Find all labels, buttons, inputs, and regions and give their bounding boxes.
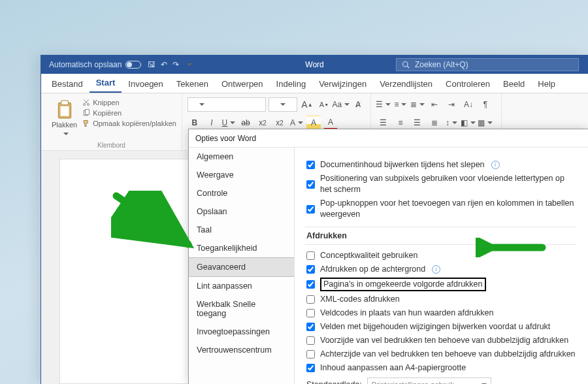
autosave-toggle[interactable]: Automatisch opslaan bbox=[49, 60, 141, 69]
bold-button[interactable]: B bbox=[188, 116, 202, 130]
checkbox-input[interactable] bbox=[306, 309, 315, 317]
copy-icon bbox=[82, 109, 90, 117]
option-checkbox[interactable]: Pop-upknoppen voor het toevoegen van rij… bbox=[306, 198, 576, 220]
ribbon-tab-verwijzingen[interactable]: Verwijzingen bbox=[312, 75, 373, 93]
multilevel-button[interactable]: ≣ bbox=[410, 97, 425, 112]
dialog-nav-item[interactable]: Controle bbox=[189, 184, 294, 202]
align-left-button[interactable]: ☰ bbox=[376, 116, 391, 130]
search-placeholder: Zoeken (Alt+Q) bbox=[415, 60, 468, 69]
qat-more-icon[interactable] bbox=[184, 60, 192, 69]
checkbox-input[interactable] bbox=[306, 336, 315, 345]
undo-icon[interactable]: ↶ bbox=[161, 60, 167, 69]
dialog-nav-item[interactable]: Vertrouwenscentrum bbox=[189, 341, 294, 359]
save-icon[interactable]: 🖫 bbox=[148, 60, 155, 69]
align-right-button[interactable]: ☰ bbox=[410, 116, 425, 130]
borders-button[interactable]: ▦ bbox=[478, 116, 493, 130]
option-checkbox[interactable]: Inhoud aanpassen aan A4-papiergrootte bbox=[306, 362, 576, 374]
font-family-combo[interactable] bbox=[188, 97, 266, 112]
ribbon-tab-invoegen[interactable]: Invoegen bbox=[122, 75, 170, 93]
grow-font-button[interactable]: A▲ bbox=[300, 97, 314, 112]
justify-button[interactable]: ≣ bbox=[427, 116, 442, 130]
quick-access-toolbar[interactable]: 🖫 ↶ ↷ bbox=[148, 60, 192, 69]
sort-button[interactable]: A↓ bbox=[461, 97, 476, 112]
option-checkbox[interactable]: Velden met bijgehouden wijzigingen bijwe… bbox=[306, 321, 576, 332]
align-center-button[interactable]: ≡ bbox=[393, 116, 408, 130]
option-checkbox[interactable]: Veldcodes in plaats van hun waarden afdr… bbox=[306, 308, 576, 319]
ribbon-tab-controleren[interactable]: Controleren bbox=[439, 75, 497, 93]
search-box[interactable]: Zoeken (Alt+Q) bbox=[396, 58, 579, 71]
font-color-button[interactable]: A bbox=[323, 116, 338, 130]
line-spacing-button[interactable]: ↕ bbox=[444, 116, 459, 130]
dialog-nav-item[interactable]: Algemeen bbox=[189, 148, 294, 166]
option-checkbox[interactable]: Documentinhoud bijwerken tijdens het sle… bbox=[306, 159, 576, 170]
checkbox-input[interactable] bbox=[306, 180, 315, 189]
option-checkbox[interactable]: Voorzijde van vel bedrukken ten behoeve … bbox=[306, 335, 576, 346]
checkbox-label: Achterzijde van vel bedrukken ten behoev… bbox=[320, 349, 576, 360]
option-checkbox[interactable]: XML-codes afdrukken bbox=[306, 294, 576, 305]
outdent-button[interactable]: ⇤ bbox=[427, 97, 442, 112]
ribbon-group-clipboard: Plakken Knippen Kopiëren Opmaak kopiëren… bbox=[41, 93, 182, 150]
dialog-nav-item[interactable]: Opslaan bbox=[189, 202, 294, 221]
checkbox-input[interactable] bbox=[306, 323, 315, 331]
underline-button[interactable]: U bbox=[221, 116, 236, 130]
dialog-nav-item[interactable]: Toegankelijkheid bbox=[189, 239, 294, 257]
superscript-button[interactable]: x2 bbox=[272, 116, 287, 130]
show-marks-button[interactable]: ¶ bbox=[478, 97, 493, 112]
default-tray-row: Standaardlade: Printerinstellingen gebru… bbox=[306, 377, 576, 384]
ribbon-tab-bestand[interactable]: Bestand bbox=[45, 75, 90, 93]
info-icon[interactable]: i bbox=[432, 265, 440, 274]
option-checkbox[interactable]: Conceptkwaliteit gebruiken bbox=[306, 250, 576, 261]
subscript-button[interactable]: x2 bbox=[255, 116, 270, 130]
ribbon-tab-verzendlijsten[interactable]: Verzendlijsten bbox=[373, 75, 439, 93]
italic-button[interactable]: I bbox=[204, 116, 219, 130]
checkbox-input[interactable] bbox=[306, 364, 315, 372]
default-tray-combo[interactable]: Printerinstellingen gebruik... bbox=[367, 377, 491, 384]
svg-point-6 bbox=[88, 104, 90, 106]
checkbox-label: Pop-upknoppen voor het toevoegen van rij… bbox=[320, 198, 576, 220]
checkbox-label: Velden met bijgehouden wijzigingen bijwe… bbox=[320, 321, 550, 332]
dialog-nav-item[interactable]: Taal bbox=[189, 221, 294, 239]
strike-button[interactable]: ab bbox=[238, 116, 253, 130]
highlight-button[interactable]: A bbox=[306, 116, 321, 130]
ribbon-tab-start[interactable]: Start bbox=[90, 74, 122, 93]
shading-button[interactable]: ◧ bbox=[461, 116, 476, 130]
shrink-font-button[interactable]: A▼ bbox=[317, 97, 331, 112]
option-checkbox[interactable]: Achterzijde van vel bedrukken ten behoev… bbox=[306, 349, 576, 360]
checkbox-label: Voorzijde van vel bedrukken ten behoeve … bbox=[320, 335, 568, 346]
checkbox-input[interactable] bbox=[306, 265, 315, 274]
info-icon[interactable]: i bbox=[491, 161, 500, 169]
redo-icon[interactable]: ↷ bbox=[172, 60, 179, 69]
ribbon-tab-help[interactable]: Help bbox=[531, 75, 562, 93]
copy-button[interactable]: Kopiëren bbox=[82, 109, 176, 117]
text-effects-button[interactable]: A bbox=[289, 116, 304, 130]
clear-format-button[interactable]: A̷ bbox=[351, 97, 365, 112]
numbering-button[interactable]: ≡ bbox=[393, 97, 408, 112]
cut-button[interactable]: Knippen bbox=[82, 99, 176, 106]
toggle-icon bbox=[125, 61, 141, 69]
default-tray-value: Printerinstellingen gebruik... bbox=[372, 381, 461, 384]
ribbon-tab-tekenen[interactable]: Tekenen bbox=[170, 75, 215, 93]
change-case-button[interactable]: Aa bbox=[334, 97, 348, 112]
ribbon-tab-indeling[interactable]: Indeling bbox=[270, 75, 313, 93]
font-size-combo[interactable] bbox=[269, 97, 297, 112]
checkbox-input[interactable] bbox=[306, 251, 315, 260]
bullets-button[interactable]: ☰ bbox=[376, 97, 391, 112]
paste-label: Plakken bbox=[52, 121, 77, 129]
indent-button[interactable]: ⇥ bbox=[444, 97, 459, 112]
ribbon-tab-ontwerpen[interactable]: Ontwerpen bbox=[215, 75, 270, 93]
ribbon-tab-beeld[interactable]: Beeld bbox=[497, 75, 531, 93]
checkbox-input[interactable] bbox=[306, 350, 315, 359]
checkbox-input[interactable] bbox=[306, 161, 315, 169]
dialog-nav-item[interactable]: Geavanceerd bbox=[189, 257, 294, 277]
format-painter-button[interactable]: Opmaak kopiëren/plakken bbox=[82, 120, 176, 127]
dialog-nav-item[interactable]: Lint aanpassen bbox=[189, 277, 294, 295]
dialog-nav-item[interactable]: Werkbalk Snelle toegang bbox=[189, 295, 294, 323]
dialog-nav-item[interactable]: Weergave bbox=[189, 166, 294, 184]
dialog-nav-item[interactable]: Invoegtoepassingen bbox=[189, 323, 294, 341]
option-checkbox[interactable]: Positionering van subpixels gebruiken vo… bbox=[306, 173, 576, 195]
option-checkbox[interactable]: Pagina's in omgekeerde volgorde afdrukke… bbox=[306, 278, 576, 291]
option-checkbox[interactable]: Afdrukken op de achtergrondi bbox=[306, 264, 576, 275]
checkbox-input[interactable] bbox=[306, 205, 315, 214]
checkbox-input[interactable] bbox=[306, 280, 315, 289]
checkbox-input[interactable] bbox=[306, 295, 315, 304]
